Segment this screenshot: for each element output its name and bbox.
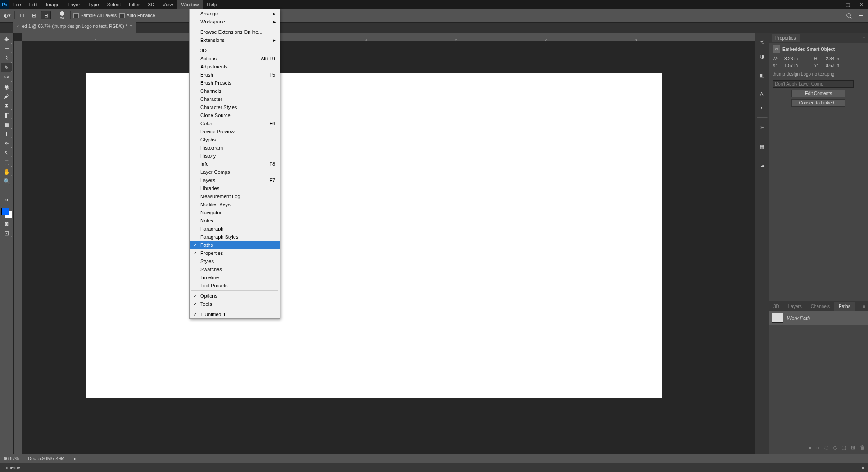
load-selection-icon[interactable]: ◌ [824,445,828,451]
vertical-ruler[interactable] [14,41,22,454]
menu-item-character[interactable]: Character [190,95,280,103]
edit-contents-button[interactable]: Edit Contents [791,90,845,97]
x-value[interactable]: 1.57 in [784,63,798,68]
menu-item-modifier-keys[interactable]: Modifier Keys [190,200,280,209]
menu-item-navigator[interactable]: Navigator [190,209,280,217]
menu-item-libraries[interactable]: Libraries [190,184,280,192]
menu-filter[interactable]: Filter [125,0,144,9]
menu-item-1-untitled-1[interactable]: 1 Untitled-1✓ [190,310,280,318]
menu-item-tools[interactable]: Tools✓ [190,300,280,308]
crop-tool[interactable]: ✂ [1,73,12,82]
menu-item-paragraph-styles[interactable]: Paragraph Styles [190,233,280,241]
menu-item-glyphs[interactable]: Glyphs [190,136,280,144]
menu-item-3d[interactable]: 3D [190,46,280,54]
clone-stamp-tool[interactable]: ⧗ [1,101,12,110]
quick-mask-tool[interactable]: ◙ [1,219,12,228]
menu-item-measurement-log[interactable]: Measurement Log [190,192,280,200]
path-item[interactable]: Work Path [769,311,868,325]
menu-view[interactable]: View [158,0,177,9]
menu-item-layer-comps[interactable]: Layer Comps [190,168,280,176]
add-mask-icon[interactable]: ▢ [841,445,846,451]
zoom-tool[interactable]: 🔍 [1,177,12,186]
document-tab[interactable]: « ed-1 @ 66.7% (thump design Logo no tex… [13,19,136,33]
menu-item-properties[interactable]: Properties✓ [190,249,280,257]
adjustments-icon[interactable]: ◑ [757,51,768,65]
menu-item-device-preview[interactable]: Device Preview [190,127,280,136]
add-selection-icon[interactable]: ⊞ [29,11,38,20]
horizontal-ruler[interactable]: 134567 [22,33,755,41]
libraries-icon[interactable]: ☁ [757,160,768,171]
color-swatches[interactable] [1,208,12,218]
pen-tool[interactable]: ✒ [1,139,12,148]
make-work-path-icon[interactable]: ◇ [833,445,837,451]
swap-colors-icon[interactable]: ⤭ [1,195,12,204]
stroke-path-icon[interactable]: ○ [816,445,819,451]
menu-item-brush[interactable]: BrushF5 [190,71,280,79]
menu-item-layers[interactable]: LayersF7 [190,176,280,184]
menu-item-character-styles[interactable]: Character Styles [190,103,280,111]
shape-tool[interactable]: ▢ [1,158,12,167]
minimize-button[interactable]: — [827,0,841,9]
panel-menu-icon[interactable]: ≡ [863,36,865,41]
maximize-button[interactable]: ▢ [841,0,854,9]
menu-item-paths[interactable]: Paths✓ [190,241,280,249]
doc-size[interactable]: Doc: 5.93M/7.49M [28,456,65,461]
properties-tab[interactable]: Properties [772,34,800,42]
menu-select[interactable]: Select [103,0,125,9]
path-name[interactable]: Work Path [787,315,810,321]
delete-path-icon[interactable]: 🗑 [860,445,865,451]
tool-preset-picker[interactable]: ◐▾ [3,11,12,20]
gradient-tool[interactable]: ▦ [1,120,12,129]
menu-item-swatches[interactable]: Swatches [190,265,280,273]
menu-item-timeline[interactable]: Timeline [190,273,280,281]
marquee-tool[interactable]: ▭ [1,44,12,53]
panel-menu-icon[interactable]: ☰ [856,11,865,20]
move-tool[interactable]: ✥ [1,35,12,44]
menu-item-adjustments[interactable]: Adjustments [190,63,280,71]
eyedropper-tool[interactable]: ◉ [1,82,12,91]
tab-prev-icon[interactable]: « [17,24,19,29]
panel-tab-paths[interactable]: Paths [834,302,855,311]
foreground-color[interactable] [1,208,9,215]
new-path-icon[interactable]: ⊞ [851,445,855,451]
auto-enhance-checkbox[interactable]: Auto-Enhance [119,13,155,18]
close-button[interactable]: ✕ [854,0,868,9]
screen-mode-tool[interactable]: ⊡ [1,228,12,237]
menu-item-actions[interactable]: ActionsAlt+F9 [190,54,280,63]
history-icon[interactable]: ⟲ [757,36,768,47]
menu-item-extensions[interactable]: Extensions▸ [190,36,280,44]
menu-item-workspace[interactable]: Workspace▸ [190,18,280,26]
canvas[interactable] [86,73,662,398]
paragraph-icon[interactable]: ¶ [757,103,768,118]
brush-tool[interactable]: 🖌 [1,91,12,100]
search-icon[interactable] [845,11,854,20]
menu-window[interactable]: Window [177,0,203,9]
height-value[interactable]: 2.34 in [826,56,839,61]
menu-item-histogram[interactable]: Histogram [190,144,280,152]
menu-item-clone-source[interactable]: Clone Source [190,111,280,119]
swatches-icon[interactable]: ▦ [757,141,768,155]
menu-item-info[interactable]: InfoF8 [190,160,280,168]
fill-path-icon[interactable]: ● [809,445,812,451]
new-selection-icon[interactable]: ☐ [18,11,27,20]
edit-toolbar[interactable]: ⋯ [1,186,12,195]
zoom-level[interactable]: 66.67% [4,456,19,461]
menu-item-channels[interactable]: Channels [190,87,280,95]
path-selection-tool[interactable]: ↖ [1,148,12,157]
menu-layer[interactable]: Layer [63,0,84,9]
panel-tab-channels[interactable]: Channels [806,302,834,311]
eraser-tool[interactable]: ◧ [1,110,12,119]
panel-tab-3d[interactable]: 3D [769,302,784,311]
menu-image[interactable]: Image [42,0,64,9]
brushes-icon[interactable]: ✂ [757,122,768,136]
menu-file[interactable]: File [9,0,25,9]
menu-item-tool-presets[interactable]: Tool Presets [190,281,280,290]
sample-all-layers-checkbox[interactable]: Sample All Layers [73,13,117,18]
type-tool[interactable]: T [1,129,12,138]
menu-item-notes[interactable]: Notes [190,217,280,225]
menu-item-arrange[interactable]: Arrange▸ [190,9,280,18]
menu-type[interactable]: Type [84,0,103,9]
layers-icon[interactable]: ◧ [757,70,768,84]
menu-edit[interactable]: Edit [25,0,42,9]
status-arrow-icon[interactable]: ▸ [74,456,76,461]
